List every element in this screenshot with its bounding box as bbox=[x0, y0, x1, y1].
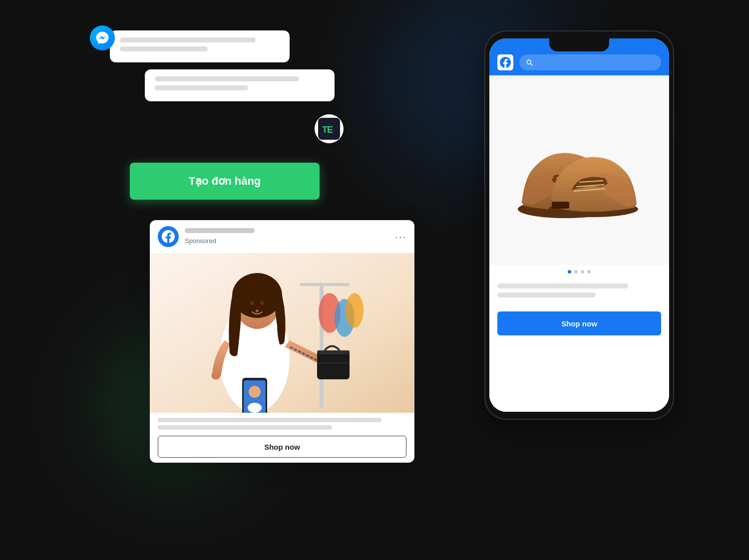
svg-rect-37 bbox=[552, 202, 569, 209]
fb-ad-image bbox=[150, 253, 414, 413]
chat-line bbox=[120, 46, 208, 51]
search-icon bbox=[525, 58, 533, 66]
svg-rect-13 bbox=[317, 350, 350, 379]
woman-illustration bbox=[150, 253, 414, 413]
chat-line bbox=[120, 37, 256, 42]
fb-ad-line-1 bbox=[158, 418, 381, 422]
svg-point-11 bbox=[250, 301, 254, 305]
fb-logo-svg bbox=[162, 230, 175, 243]
fb-ad-options[interactable]: ··· bbox=[395, 231, 406, 243]
fb-ad-card: Sponsored ··· bbox=[150, 220, 414, 463]
fb-page-avatar bbox=[158, 226, 179, 247]
messenger-icon bbox=[90, 25, 115, 50]
create-order-button[interactable]: Tạo đơn hàng bbox=[130, 163, 320, 200]
phone-mute-button bbox=[484, 95, 485, 115]
woman-svg bbox=[150, 253, 414, 413]
fb-app-logo bbox=[497, 54, 513, 70]
svg-point-7 bbox=[346, 293, 364, 328]
partner-badge: TE bbox=[315, 114, 344, 143]
chat-area: TE bbox=[95, 30, 335, 108]
create-order-label: Tạo đơn hàng bbox=[189, 175, 261, 188]
svg-point-22 bbox=[256, 309, 259, 312]
phone-vol-down-button bbox=[484, 158, 485, 185]
carousel-dots bbox=[489, 265, 669, 278]
fb-app-logo-svg bbox=[500, 57, 511, 68]
partner-logo: TE bbox=[318, 118, 340, 140]
fb-sponsored-label: Sponsored bbox=[185, 237, 216, 245]
scene: TE Tạo đơn hàng Sponsored · bbox=[75, 30, 674, 530]
fb-search-bar[interactable] bbox=[519, 54, 661, 70]
fb-ad-header: Sponsored ··· bbox=[150, 220, 414, 253]
shoes-svg bbox=[504, 120, 654, 220]
fb-page-name-bar bbox=[185, 228, 255, 233]
fb-shop-now-label: Shop now bbox=[264, 443, 300, 451]
fb-ad-line-2 bbox=[158, 425, 332, 430]
fb-ad-text-lines bbox=[158, 418, 406, 430]
fb-shop-now-button[interactable]: Shop now bbox=[158, 436, 406, 458]
fb-ad-footer: Shop now bbox=[150, 413, 414, 463]
svg-rect-14 bbox=[317, 350, 350, 354]
product-info-line-2 bbox=[497, 292, 596, 297]
phone-power-button bbox=[674, 110, 674, 140]
chat-bubble-1 bbox=[110, 30, 290, 62]
carousel-dot-1 bbox=[568, 270, 571, 274]
phone-notch bbox=[549, 38, 609, 51]
product-image-area bbox=[489, 75, 669, 265]
carousel-dot-4 bbox=[587, 270, 591, 274]
svg-text:TE: TE bbox=[322, 125, 333, 135]
phone-vol-up-button bbox=[484, 123, 485, 150]
product-info-line-1 bbox=[497, 283, 628, 288]
svg-rect-4 bbox=[300, 283, 350, 286]
svg-point-19 bbox=[248, 403, 262, 413]
svg-point-18 bbox=[249, 386, 261, 398]
chat-line bbox=[155, 85, 248, 90]
phone-shop-now-button[interactable]: Shop now bbox=[497, 311, 661, 335]
svg-point-12 bbox=[260, 301, 264, 305]
phone-content: Shop now bbox=[489, 75, 669, 412]
carousel-dot-3 bbox=[581, 270, 584, 274]
carousel-dot-2 bbox=[574, 270, 578, 274]
phone-screen: Shop now bbox=[489, 38, 669, 412]
messenger-logo-svg bbox=[95, 31, 109, 45]
fb-ad-meta: Sponsored bbox=[185, 228, 389, 245]
chat-line bbox=[155, 76, 299, 81]
chat-bubble-2 bbox=[145, 69, 335, 101]
product-info bbox=[489, 278, 669, 307]
phone-mockup: Shop now bbox=[484, 30, 674, 420]
phone-shop-now-label: Shop now bbox=[561, 319, 597, 328]
